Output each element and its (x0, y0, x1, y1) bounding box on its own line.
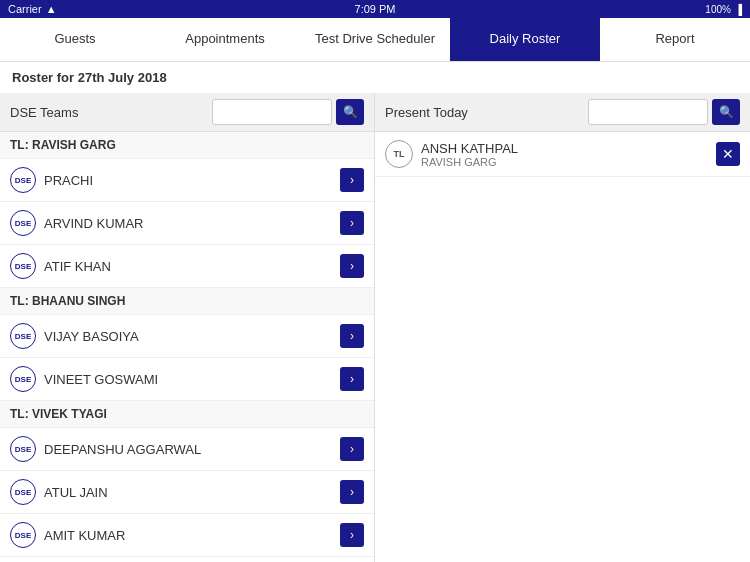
dse-arrow-button[interactable]: › (340, 480, 364, 504)
dse-teams-label: DSE Teams (10, 105, 78, 120)
dse-search-button[interactable]: 🔍 (336, 99, 364, 125)
roster-header: Roster for 27th July 2018 (0, 62, 750, 93)
roster-date: 27th July 2018 (78, 70, 167, 85)
dse-badge: DSE (10, 167, 36, 193)
arrow-icon: › (350, 329, 354, 343)
tab-appointments[interactable]: Appointments (150, 18, 300, 61)
tab-guests[interactable]: Guests (0, 18, 150, 61)
left-panel: DSE Teams 🔍 TL: RAVISH GARG DSE PRACHI › (0, 93, 375, 562)
dse-name: AMIT KUMAR (44, 528, 125, 543)
arrow-icon: › (350, 442, 354, 456)
dse-arrow-button[interactable]: › (340, 437, 364, 461)
wifi-icon: ▲ (46, 3, 57, 15)
dse-row: DSE DEEPANSHU AGGARWAL › (0, 428, 374, 471)
dse-arrow-button[interactable]: › (340, 254, 364, 278)
dse-name: ATUL JAIN (44, 485, 108, 500)
dse-search-box: 🔍 (212, 99, 364, 125)
dse-arrow-button[interactable]: › (340, 211, 364, 235)
dse-row: DSE AMIT KUMAR › (0, 514, 374, 557)
tl-header-ravish: TL: RAVISH GARG (0, 132, 374, 159)
arrow-icon: › (350, 173, 354, 187)
dse-badge: DSE (10, 522, 36, 548)
present-tl: RAVISH GARG (421, 156, 518, 168)
dse-name: ARVIND KUMAR (44, 216, 143, 231)
arrow-icon: › (350, 528, 354, 542)
dse-badge: DSE (10, 366, 36, 392)
dse-badge: DSE (10, 253, 36, 279)
left-panel-header: DSE Teams 🔍 (0, 93, 374, 132)
dse-name: DEEPANSHU AGGARWAL (44, 442, 201, 457)
tab-report[interactable]: Report (600, 18, 750, 61)
present-list: TL ANSH KATHPAL RAVISH GARG ✕ (375, 132, 750, 562)
dse-row: DSE VINEET GOSWAMI › (0, 358, 374, 401)
remove-present-button[interactable]: ✕ (716, 142, 740, 166)
dse-row: DSE ATUL JAIN › (0, 471, 374, 514)
dse-badge: DSE (10, 323, 36, 349)
dse-arrow-button[interactable]: › (340, 367, 364, 391)
dse-arrow-button[interactable]: › (340, 324, 364, 348)
right-panel: Present Today 🔍 TL ANSH KATHPAL RAVISH G… (375, 93, 750, 562)
status-time: 7:09 PM (355, 3, 396, 15)
dse-badge: DSE (10, 479, 36, 505)
arrow-icon: › (350, 485, 354, 499)
present-row: TL ANSH KATHPAL RAVISH GARG ✕ (375, 132, 750, 177)
nav-tabs: Guests Appointments Test Drive Scheduler… (0, 18, 750, 62)
dse-arrow-button[interactable]: › (340, 168, 364, 192)
dse-name: VIJAY BASOIYA (44, 329, 139, 344)
dse-row: DSE ARVIND KUMAR › (0, 202, 374, 245)
battery-icon: ▐ (735, 4, 742, 15)
present-search-box: 🔍 (588, 99, 740, 125)
tl-header-bhaanu: TL: BHAANU SINGH (0, 288, 374, 315)
tab-test-drive[interactable]: Test Drive Scheduler (300, 18, 450, 61)
tl-header-vivek: TL: VIVEK TYAGI (0, 401, 374, 428)
roster-list: TL: RAVISH GARG DSE PRACHI › DSE ARVIND … (0, 132, 374, 562)
dse-name: ATIF KHAN (44, 259, 111, 274)
dse-row: DSE VIJAY BASOIYA › (0, 315, 374, 358)
dse-badge: DSE (10, 436, 36, 462)
dse-name: PRACHI (44, 173, 93, 188)
status-bar-right: 100% ▐ (705, 4, 742, 15)
tab-daily-roster[interactable]: Daily Roster (450, 18, 600, 61)
battery-label: 100% (705, 4, 731, 15)
dse-row: DSE PRACHI › (0, 159, 374, 202)
dse-badge: DSE (10, 210, 36, 236)
tl-badge: TL (385, 140, 413, 168)
carrier-label: Carrier (8, 3, 42, 15)
arrow-icon: › (350, 372, 354, 386)
arrow-icon: › (350, 259, 354, 273)
status-bar-left: Carrier ▲ (8, 3, 57, 15)
close-icon: ✕ (722, 146, 734, 162)
arrow-icon: › (350, 216, 354, 230)
dse-arrow-button[interactable]: › (340, 523, 364, 547)
present-name: ANSH KATHPAL (421, 141, 518, 156)
dse-row: DSE ATIF KHAN › (0, 245, 374, 288)
right-panel-header: Present Today 🔍 (375, 93, 750, 132)
present-search-button[interactable]: 🔍 (712, 99, 740, 125)
dse-search-input[interactable] (212, 99, 332, 125)
present-today-label: Present Today (385, 105, 468, 120)
present-search-input[interactable] (588, 99, 708, 125)
present-search-icon: 🔍 (719, 105, 734, 119)
status-bar: Carrier ▲ 7:09 PM 100% ▐ (0, 0, 750, 18)
dse-row: DSE VIJAY KUMAR › (0, 557, 374, 562)
dse-name: VINEET GOSWAMI (44, 372, 158, 387)
main-content: DSE Teams 🔍 TL: RAVISH GARG DSE PRACHI › (0, 93, 750, 562)
dse-search-icon: 🔍 (343, 105, 358, 119)
